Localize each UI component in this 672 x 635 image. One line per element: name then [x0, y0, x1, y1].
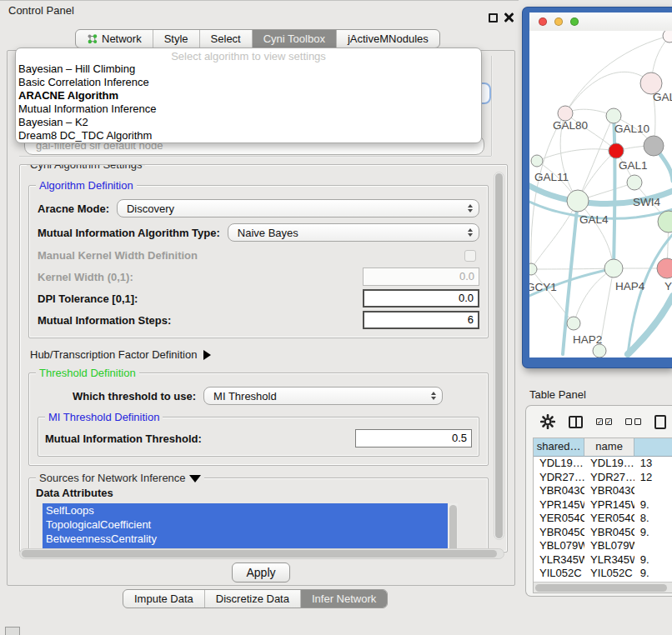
table-row[interactable]: YPR145WYPR145W9.	[534, 498, 672, 512]
expand-right-icon[interactable]	[203, 350, 211, 360]
tab-discretize-data[interactable]: Discretize Data	[205, 590, 301, 608]
mi-algorithm-type-combo[interactable]: Naive Bayes	[228, 223, 479, 242]
network-node[interactable]	[567, 190, 589, 212]
network-node[interactable]	[529, 263, 537, 275]
table-row[interactable]: YDL19…YDL19…13	[534, 457, 672, 471]
apply-button[interactable]: Apply	[232, 562, 290, 582]
table-row[interactable]: YDR27…YDR27…12	[534, 471, 672, 485]
table-cell: YDR27…	[534, 471, 584, 485]
settings-vertical-scrollbar[interactable]	[494, 172, 504, 540]
sources-group-title[interactable]: Sources for Network Inference	[36, 472, 204, 484]
tab-style[interactable]: Style	[153, 30, 200, 48]
kernel-width-field[interactable]: 0.0	[363, 268, 479, 286]
attribute-item[interactable]: BetweennessCentrality	[43, 532, 458, 546]
mac-zoom-button[interactable]	[570, 18, 579, 26]
table-row[interactable]: YBR043CYBR043C	[534, 484, 672, 498]
column-header[interactable]: shared…	[534, 438, 584, 457]
tab-cyni-toolbox[interactable]: Cyni Toolbox	[253, 30, 337, 48]
network-node[interactable]	[567, 317, 580, 330]
network-node[interactable]	[644, 136, 664, 156]
gear-icon[interactable]	[540, 414, 555, 429]
algorithm-option[interactable]: Mutual Information Inference	[16, 102, 481, 116]
scrollbar-thumb[interactable]	[449, 505, 457, 552]
node-label: GAL	[653, 91, 672, 103]
hub-definition-label: Hub/Transcription Factor Definition	[30, 348, 197, 361]
data-attributes-list[interactable]: SelfLoopsTopologicalCoefficientBetweenne…	[43, 503, 458, 552]
settings-horizontal-scrollbar[interactable]	[19, 548, 504, 559]
aracne-mode-combo[interactable]: Discovery	[117, 199, 479, 218]
algorithm-option[interactable]: Bayesian – Hill Climbing	[16, 62, 481, 76]
tab-jactivemnodules[interactable]: jActiveMNodules	[337, 30, 439, 48]
table-horizontal-scrollbar[interactable]	[534, 582, 672, 592]
algorithm-option[interactable]: ARACNE Algorithm	[16, 89, 481, 102]
table-cell	[634, 484, 672, 498]
column-header[interactable]: name	[584, 438, 634, 457]
tab-label: Cyni Toolbox	[263, 32, 325, 45]
table-row[interactable]: YIL052CYIL052C9.	[534, 567, 672, 581]
table-row[interactable]: YBR045CYBR045C9.	[534, 526, 672, 540]
network-node[interactable]	[663, 31, 672, 42]
which-threshold-combo[interactable]: MI Threshold	[203, 387, 443, 405]
network-canvas[interactable]: GALGAL80GAL10GAL1GAL11GAL4SWI4GCY1HAP4YH…	[529, 31, 672, 358]
algorithm-option[interactable]: Bayesian – K2	[16, 116, 481, 129]
network-node[interactable]	[531, 155, 543, 167]
mi-steps-field[interactable]: 6	[363, 311, 479, 329]
table-cell: YBR045C	[584, 526, 634, 540]
tab-label: jActiveMNodules	[348, 32, 429, 45]
cyni-algorithm-settings-group: Cyni Algorithm Settings Algorithm Defini…	[19, 164, 508, 552]
deselect-all-checkboxes-icon[interactable]	[625, 418, 641, 425]
network-edge	[628, 296, 672, 354]
network-node[interactable]	[657, 258, 672, 278]
manual-kernel-checkbox[interactable]	[464, 250, 476, 262]
mac-close-button[interactable]	[539, 18, 547, 26]
network-window-titlebar[interactable]	[529, 12, 672, 31]
table-cell: YPR145W	[584, 498, 634, 512]
select-all-checkboxes-icon[interactable]: ✓✓	[596, 418, 612, 425]
network-node[interactable]	[604, 259, 623, 278]
minimized-panel-icon[interactable]	[5, 627, 20, 635]
table-cell: YBR043C	[584, 484, 634, 498]
node-label: GAL10	[614, 122, 649, 135]
dpi-tolerance-field[interactable]: 0.0	[363, 289, 479, 308]
network-node[interactable]	[606, 108, 621, 123]
algorithm-option[interactable]: Basic Correlation Inference	[16, 76, 481, 89]
network-icon	[87, 33, 98, 44]
table-row[interactable]: YER054CYER054C8.	[534, 512, 672, 526]
network-node[interactable]	[593, 344, 606, 358]
network-edge	[578, 201, 614, 268]
tab-infer-network[interactable]: Infer Network	[301, 590, 387, 608]
close-icon[interactable]	[504, 12, 514, 22]
network-node[interactable]	[609, 143, 624, 158]
algorithm-definition-group: Algorithm Definition Aracne Mode: Discov…	[28, 185, 489, 338]
control-panel-tabs: NetworkStyleSelectCyni ToolboxjActiveMNo…	[75, 29, 440, 48]
list-vertical-scrollbar[interactable]	[448, 503, 458, 552]
tab-label: Select	[211, 32, 241, 45]
table-cell: YDL19…	[584, 457, 634, 471]
table-row[interactable]: YLR345WYLR345W9.	[534, 553, 672, 568]
scrollbar-thumb[interactable]	[22, 550, 497, 558]
table-row[interactable]: YBL079WYBL079W	[534, 539, 672, 553]
hidden-group-border-bottom	[19, 156, 491, 158]
scrollbar-thumb[interactable]	[495, 173, 503, 538]
columns-icon[interactable]	[569, 416, 583, 428]
attribute-item[interactable]: TopologicalCoefficient	[43, 518, 458, 532]
attribute-item[interactable]: SelfLoops	[43, 503, 458, 518]
table-cell: 9.	[634, 553, 672, 568]
tab-impute-data[interactable]: Impute Data	[123, 590, 205, 608]
hub-definition-toggle[interactable]: Hub/Transcription Factor Definition	[30, 348, 489, 361]
scrollbar-thumb[interactable]	[535, 584, 667, 592]
mi-threshold-field[interactable]: 0.5	[355, 429, 472, 448]
table-cell: YDL19…	[534, 457, 584, 471]
column-header[interactable]	[634, 438, 672, 457]
tab-select[interactable]: Select	[200, 30, 253, 48]
float-window-icon[interactable]	[489, 13, 498, 22]
tab-network[interactable]: Network	[76, 30, 153, 48]
dpi-tolerance-label: DPI Tolerance [0,1]:	[38, 292, 138, 305]
algorithm-option[interactable]: Dream8 DC_TDC Algorithm	[16, 129, 481, 142]
network-node[interactable]	[627, 175, 642, 190]
collapse-down-icon[interactable]	[189, 475, 201, 482]
mac-minimize-button[interactable]	[554, 18, 563, 26]
table-panel-title: Table Panel	[529, 388, 586, 401]
export-table-icon[interactable]	[654, 415, 666, 429]
table-cell: YBR043C	[534, 484, 584, 498]
